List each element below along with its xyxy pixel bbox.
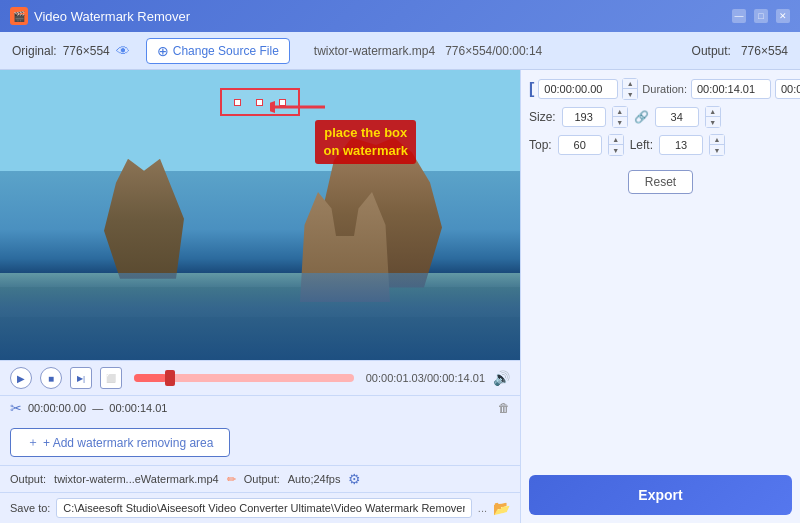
play-button[interactable]: ▶: [10, 367, 32, 389]
save-path-input[interactable]: [56, 498, 471, 518]
output2-label: Output:: [244, 473, 280, 485]
wm-handle-tl[interactable]: [234, 99, 241, 106]
add-area-section: ＋ + Add watermark removing area: [0, 420, 520, 465]
folder-icon[interactable]: 📂: [493, 500, 510, 516]
start-time-input[interactable]: [538, 79, 618, 99]
header-bar: Original: 776×554 👁 ⊕ Change Source File…: [0, 32, 800, 70]
cut-button[interactable]: ⬜: [100, 367, 122, 389]
link-icon[interactable]: 🔗: [634, 110, 649, 124]
maximize-button[interactable]: □: [754, 9, 768, 23]
minimize-button[interactable]: —: [732, 9, 746, 23]
output-format: Auto;24fps: [288, 473, 341, 485]
timeline-bar[interactable]: [134, 374, 354, 382]
title-left: 🎬 Video Watermark Remover: [10, 7, 190, 25]
time-range-display: 00:00:00.00 — 00:00:14.01: [28, 402, 167, 414]
left-spinner[interactable]: ▲ ▼: [709, 134, 725, 156]
width-up[interactable]: ▲: [613, 107, 627, 117]
left-down[interactable]: ▼: [710, 145, 724, 155]
height-up[interactable]: ▲: [706, 107, 720, 117]
change-source-label: Change Source File: [173, 44, 279, 58]
original-label: Original:: [12, 44, 57, 58]
original-size: 776×554: [63, 44, 110, 58]
video-panel: place the box on watermark ▶ ■ ▶| ⬜ 00:0…: [0, 70, 520, 523]
scissors-icon[interactable]: ✂: [10, 400, 22, 416]
stop-button[interactable]: ■: [40, 367, 62, 389]
height-down[interactable]: ▼: [706, 117, 720, 127]
time-display: 00:00:01.03/00:00:14.01: [366, 372, 485, 384]
top-input[interactable]: [558, 135, 602, 155]
add-watermark-area-button[interactable]: ＋ + Add watermark removing area: [10, 428, 230, 457]
settings-icon[interactable]: ⚙: [348, 471, 361, 487]
timeline-handle[interactable]: [165, 370, 175, 386]
delete-icon[interactable]: 🗑: [498, 401, 510, 415]
timeline-progress: [134, 374, 167, 382]
plus-icon: ＋: [27, 434, 39, 451]
left-label: Left:: [630, 138, 653, 152]
output-bar: Output: twixtor-waterm...eWatermark.mp4 …: [0, 465, 520, 492]
height-input[interactable]: [655, 107, 699, 127]
title-bar: 🎬 Video Watermark Remover — □ ✕: [0, 0, 800, 32]
width-down[interactable]: ▼: [613, 117, 627, 127]
video-area[interactable]: place the box on watermark: [0, 70, 520, 360]
left-input[interactable]: [659, 135, 703, 155]
open-bracket: [: [529, 80, 534, 98]
top-label: Top:: [529, 138, 552, 152]
output-filename: twixtor-waterm...eWatermark.mp4: [54, 473, 219, 485]
duration-label: Duration:: [642, 83, 687, 95]
width-input[interactable]: [562, 107, 606, 127]
end-time-input[interactable]: [775, 79, 800, 99]
output-label: Output:: [10, 473, 46, 485]
height-spinner[interactable]: ▲ ▼: [705, 106, 721, 128]
start-time-spinner[interactable]: ▲ ▼: [622, 78, 638, 100]
reset-button[interactable]: Reset: [628, 170, 693, 194]
output-info: Output: 776×554: [692, 44, 788, 58]
app-title: Video Watermark Remover: [34, 9, 190, 24]
volume-icon[interactable]: 🔊: [493, 370, 510, 386]
place-tooltip: place the box on watermark: [315, 120, 416, 164]
edit-icon[interactable]: ✏: [227, 473, 236, 486]
save-label: Save to:: [10, 502, 50, 514]
top-down[interactable]: ▼: [609, 145, 623, 155]
time-range-bar: ✂ 00:00:00.00 — 00:00:14.01 🗑: [0, 395, 520, 420]
next-frame-button[interactable]: ▶|: [70, 367, 92, 389]
time-range-inputs: [ ▲ ▼ Duration: ▲ ▼ ]: [529, 78, 792, 100]
wm-handle-tm[interactable]: [256, 99, 263, 106]
app-icon: 🎬: [10, 7, 28, 25]
playback-controls: ▶ ■ ▶| ⬜ 00:00:01.03/00:00:14.01 🔊: [0, 360, 520, 395]
size-row: Size: ▲ ▼ 🔗 ▲ ▼: [529, 106, 792, 128]
export-button[interactable]: Export: [529, 475, 792, 515]
right-panel: [ ▲ ▼ Duration: ▲ ▼ ] Size: ▲ ▼ 🔗: [520, 70, 800, 523]
close-button[interactable]: ✕: [776, 9, 790, 23]
eye-icon[interactable]: 👁: [116, 43, 130, 59]
duration-input[interactable]: [691, 79, 771, 99]
left-up[interactable]: ▲: [710, 135, 724, 145]
window-controls: — □ ✕: [732, 9, 790, 23]
top-spinner[interactable]: ▲ ▼: [608, 134, 624, 156]
original-info: Original: 776×554 👁: [12, 43, 130, 59]
main-content: place the box on watermark ▶ ■ ▶| ⬜ 00:0…: [0, 70, 800, 523]
start-time-down[interactable]: ▼: [623, 89, 637, 99]
width-spinner[interactable]: ▲ ▼: [612, 106, 628, 128]
save-bar: Save to: ... 📂: [0, 492, 520, 523]
water-reflection: [0, 273, 520, 360]
size-label: Size:: [529, 110, 556, 124]
browse-dots-button[interactable]: ...: [478, 502, 487, 514]
plus-icon: ⊕: [157, 43, 169, 59]
position-row: Top: ▲ ▼ Left: ▲ ▼: [529, 134, 792, 156]
filename-display: twixtor-watermark.mp4 776×554/00:00:14: [314, 44, 542, 58]
video-frame: place the box on watermark: [0, 70, 520, 360]
rock-left: [104, 159, 184, 279]
change-source-button[interactable]: ⊕ Change Source File: [146, 38, 290, 64]
top-up[interactable]: ▲: [609, 135, 623, 145]
start-time-up[interactable]: ▲: [623, 79, 637, 89]
